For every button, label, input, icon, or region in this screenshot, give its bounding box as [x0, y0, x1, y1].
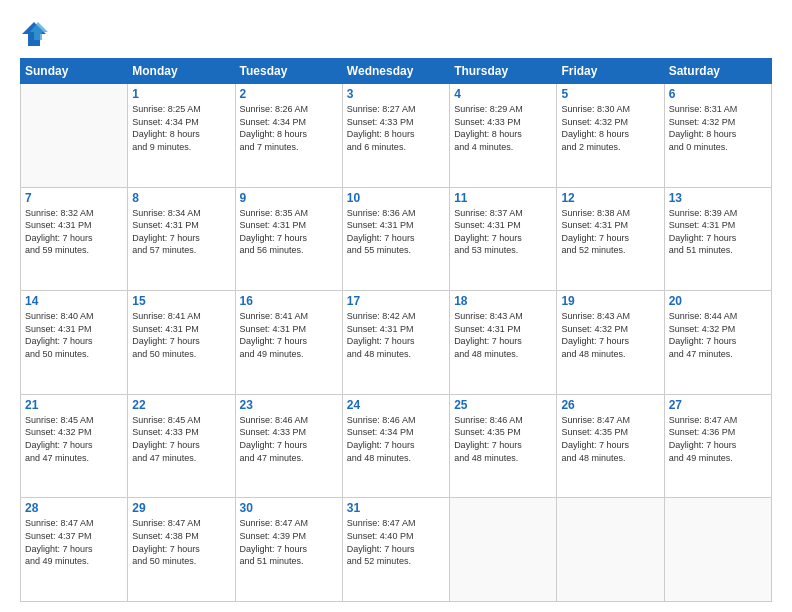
weekday-wednesday: Wednesday — [342, 59, 449, 84]
calendar-cell: 20Sunrise: 8:44 AMSunset: 4:32 PMDayligh… — [664, 291, 771, 395]
day-info: Sunrise: 8:45 AMSunset: 4:33 PMDaylight:… — [132, 414, 230, 464]
day-info: Sunrise: 8:38 AMSunset: 4:31 PMDaylight:… — [561, 207, 659, 257]
day-info: Sunrise: 8:47 AMSunset: 4:39 PMDaylight:… — [240, 517, 338, 567]
calendar-cell: 19Sunrise: 8:43 AMSunset: 4:32 PMDayligh… — [557, 291, 664, 395]
weekday-tuesday: Tuesday — [235, 59, 342, 84]
calendar-cell: 10Sunrise: 8:36 AMSunset: 4:31 PMDayligh… — [342, 187, 449, 291]
calendar-cell: 21Sunrise: 8:45 AMSunset: 4:32 PMDayligh… — [21, 394, 128, 498]
day-number: 15 — [132, 294, 230, 308]
day-info: Sunrise: 8:35 AMSunset: 4:31 PMDaylight:… — [240, 207, 338, 257]
weekday-monday: Monday — [128, 59, 235, 84]
day-info: Sunrise: 8:40 AMSunset: 4:31 PMDaylight:… — [25, 310, 123, 360]
day-number: 4 — [454, 87, 552, 101]
calendar-cell: 22Sunrise: 8:45 AMSunset: 4:33 PMDayligh… — [128, 394, 235, 498]
weekday-header-row: SundayMondayTuesdayWednesdayThursdayFrid… — [21, 59, 772, 84]
weekday-saturday: Saturday — [664, 59, 771, 84]
day-number: 25 — [454, 398, 552, 412]
day-info: Sunrise: 8:47 AMSunset: 4:35 PMDaylight:… — [561, 414, 659, 464]
day-number: 27 — [669, 398, 767, 412]
calendar-cell — [664, 498, 771, 602]
calendar-cell: 23Sunrise: 8:46 AMSunset: 4:33 PMDayligh… — [235, 394, 342, 498]
day-number: 12 — [561, 191, 659, 205]
day-number: 13 — [669, 191, 767, 205]
day-info: Sunrise: 8:36 AMSunset: 4:31 PMDaylight:… — [347, 207, 445, 257]
calendar-cell: 24Sunrise: 8:46 AMSunset: 4:34 PMDayligh… — [342, 394, 449, 498]
day-info: Sunrise: 8:43 AMSunset: 4:31 PMDaylight:… — [454, 310, 552, 360]
day-info: Sunrise: 8:34 AMSunset: 4:31 PMDaylight:… — [132, 207, 230, 257]
calendar-cell: 8Sunrise: 8:34 AMSunset: 4:31 PMDaylight… — [128, 187, 235, 291]
calendar-cell: 11Sunrise: 8:37 AMSunset: 4:31 PMDayligh… — [450, 187, 557, 291]
day-info: Sunrise: 8:42 AMSunset: 4:31 PMDaylight:… — [347, 310, 445, 360]
day-number: 10 — [347, 191, 445, 205]
calendar-cell — [450, 498, 557, 602]
day-number: 8 — [132, 191, 230, 205]
day-number: 20 — [669, 294, 767, 308]
calendar-cell: 5Sunrise: 8:30 AMSunset: 4:32 PMDaylight… — [557, 84, 664, 188]
calendar-cell: 25Sunrise: 8:46 AMSunset: 4:35 PMDayligh… — [450, 394, 557, 498]
day-number: 9 — [240, 191, 338, 205]
calendar-cell: 31Sunrise: 8:47 AMSunset: 4:40 PMDayligh… — [342, 498, 449, 602]
day-number: 23 — [240, 398, 338, 412]
calendar-cell: 16Sunrise: 8:41 AMSunset: 4:31 PMDayligh… — [235, 291, 342, 395]
day-number: 7 — [25, 191, 123, 205]
day-info: Sunrise: 8:47 AMSunset: 4:37 PMDaylight:… — [25, 517, 123, 567]
day-number: 31 — [347, 501, 445, 515]
calendar-cell — [21, 84, 128, 188]
day-info: Sunrise: 8:30 AMSunset: 4:32 PMDaylight:… — [561, 103, 659, 153]
week-row-5: 28Sunrise: 8:47 AMSunset: 4:37 PMDayligh… — [21, 498, 772, 602]
day-info: Sunrise: 8:32 AMSunset: 4:31 PMDaylight:… — [25, 207, 123, 257]
day-number: 21 — [25, 398, 123, 412]
day-info: Sunrise: 8:47 AMSunset: 4:38 PMDaylight:… — [132, 517, 230, 567]
day-info: Sunrise: 8:29 AMSunset: 4:33 PMDaylight:… — [454, 103, 552, 153]
calendar-cell: 17Sunrise: 8:42 AMSunset: 4:31 PMDayligh… — [342, 291, 449, 395]
day-number: 18 — [454, 294, 552, 308]
week-row-3: 14Sunrise: 8:40 AMSunset: 4:31 PMDayligh… — [21, 291, 772, 395]
day-number: 6 — [669, 87, 767, 101]
calendar-cell: 18Sunrise: 8:43 AMSunset: 4:31 PMDayligh… — [450, 291, 557, 395]
day-number: 30 — [240, 501, 338, 515]
day-number: 22 — [132, 398, 230, 412]
calendar-cell: 4Sunrise: 8:29 AMSunset: 4:33 PMDaylight… — [450, 84, 557, 188]
header — [20, 18, 772, 48]
calendar-cell: 12Sunrise: 8:38 AMSunset: 4:31 PMDayligh… — [557, 187, 664, 291]
day-info: Sunrise: 8:26 AMSunset: 4:34 PMDaylight:… — [240, 103, 338, 153]
calendar-cell: 2Sunrise: 8:26 AMSunset: 4:34 PMDaylight… — [235, 84, 342, 188]
week-row-4: 21Sunrise: 8:45 AMSunset: 4:32 PMDayligh… — [21, 394, 772, 498]
calendar-cell: 27Sunrise: 8:47 AMSunset: 4:36 PMDayligh… — [664, 394, 771, 498]
day-number: 11 — [454, 191, 552, 205]
calendar-cell: 30Sunrise: 8:47 AMSunset: 4:39 PMDayligh… — [235, 498, 342, 602]
calendar-cell: 9Sunrise: 8:35 AMSunset: 4:31 PMDaylight… — [235, 187, 342, 291]
calendar-cell — [557, 498, 664, 602]
day-number: 24 — [347, 398, 445, 412]
day-number: 14 — [25, 294, 123, 308]
day-info: Sunrise: 8:44 AMSunset: 4:32 PMDaylight:… — [669, 310, 767, 360]
day-info: Sunrise: 8:41 AMSunset: 4:31 PMDaylight:… — [240, 310, 338, 360]
calendar-cell: 29Sunrise: 8:47 AMSunset: 4:38 PMDayligh… — [128, 498, 235, 602]
calendar-cell: 3Sunrise: 8:27 AMSunset: 4:33 PMDaylight… — [342, 84, 449, 188]
week-row-1: 1Sunrise: 8:25 AMSunset: 4:34 PMDaylight… — [21, 84, 772, 188]
day-number: 5 — [561, 87, 659, 101]
day-number: 3 — [347, 87, 445, 101]
calendar-cell: 6Sunrise: 8:31 AMSunset: 4:32 PMDaylight… — [664, 84, 771, 188]
calendar-cell: 1Sunrise: 8:25 AMSunset: 4:34 PMDaylight… — [128, 84, 235, 188]
day-info: Sunrise: 8:39 AMSunset: 4:31 PMDaylight:… — [669, 207, 767, 257]
day-number: 28 — [25, 501, 123, 515]
calendar-cell: 14Sunrise: 8:40 AMSunset: 4:31 PMDayligh… — [21, 291, 128, 395]
calendar-cell: 26Sunrise: 8:47 AMSunset: 4:35 PMDayligh… — [557, 394, 664, 498]
day-number: 19 — [561, 294, 659, 308]
day-info: Sunrise: 8:41 AMSunset: 4:31 PMDaylight:… — [132, 310, 230, 360]
day-number: 17 — [347, 294, 445, 308]
day-number: 2 — [240, 87, 338, 101]
weekday-thursday: Thursday — [450, 59, 557, 84]
calendar-cell: 7Sunrise: 8:32 AMSunset: 4:31 PMDaylight… — [21, 187, 128, 291]
week-row-2: 7Sunrise: 8:32 AMSunset: 4:31 PMDaylight… — [21, 187, 772, 291]
day-info: Sunrise: 8:46 AMSunset: 4:34 PMDaylight:… — [347, 414, 445, 464]
day-number: 26 — [561, 398, 659, 412]
day-info: Sunrise: 8:46 AMSunset: 4:35 PMDaylight:… — [454, 414, 552, 464]
day-number: 1 — [132, 87, 230, 101]
day-number: 29 — [132, 501, 230, 515]
weekday-sunday: Sunday — [21, 59, 128, 84]
weekday-friday: Friday — [557, 59, 664, 84]
logo-icon — [20, 20, 48, 48]
day-info: Sunrise: 8:47 AMSunset: 4:40 PMDaylight:… — [347, 517, 445, 567]
